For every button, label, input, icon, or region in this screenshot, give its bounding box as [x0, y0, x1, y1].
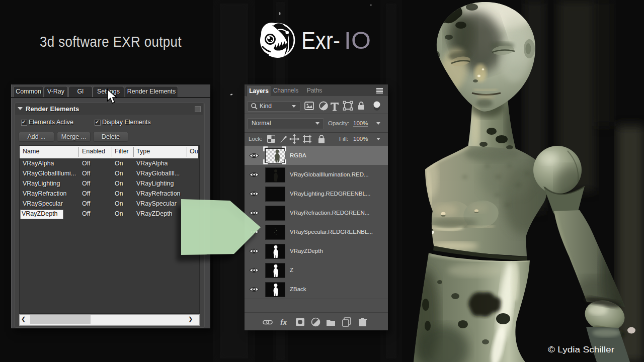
svg-text:IO: IO: [344, 27, 371, 54]
svg-text:fx: fx: [280, 318, 287, 326]
svg-text:© Lydia Schiller: © Lydia Schiller: [548, 345, 614, 354]
svg-text:3d software EXR output: 3d software EXR output: [40, 33, 182, 50]
svg-text:Exr-: Exr-: [301, 27, 340, 54]
